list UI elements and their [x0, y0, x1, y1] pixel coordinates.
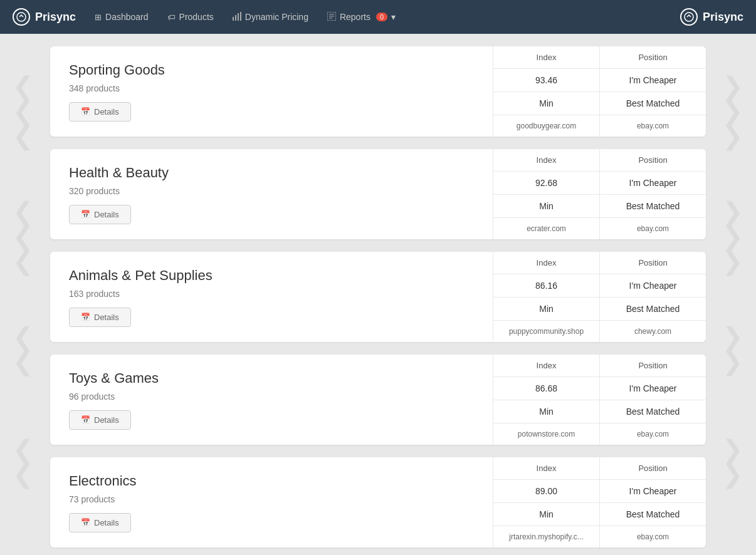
products-icon: 🏷: [167, 13, 176, 22]
reports-icon: [327, 12, 336, 23]
svg-point-0: [17, 13, 26, 21]
card-right-animals-pet-supplies: Index Position 86.16 I'm Cheaper Min Bes…: [493, 252, 706, 342]
position-header: Position: [600, 457, 706, 479]
brand-logo[interactable]: Prisync: [13, 8, 76, 26]
bg-arrow: ❮: [13, 247, 34, 276]
bg-arrow: ❯: [722, 71, 743, 100]
bg-arrow: ❯: [722, 197, 743, 226]
reports-dropdown-icon[interactable]: ▾: [391, 12, 396, 22]
card-row-1: 93.46 I'm Cheaper: [493, 69, 706, 92]
dynamic-pricing-icon: [233, 12, 241, 23]
row2-label: Min: [493, 503, 600, 526]
card-row-3: jrtarexin.myshopify.c... ebay.com: [493, 526, 706, 547]
bg-arrow: ❯: [722, 322, 743, 351]
position-value: I'm Cheaper: [600, 377, 706, 400]
position-header: Position: [600, 46, 706, 68]
card-row-2: Min Best Matched: [493, 92, 706, 115]
category-name: Animals & Pet Supplies: [69, 267, 474, 284]
index-header: Index: [493, 252, 600, 274]
row2-position: Best Matched: [600, 195, 706, 217]
bg-arrow: ❯: [722, 435, 743, 464]
category-card-toys-games: Toys & Games 96 products 📅 Details Index…: [50, 355, 706, 445]
position-value: I'm Cheaper: [600, 274, 706, 297]
bg-arrow: ❯: [722, 460, 743, 489]
competitor-name: goodbuygear.com: [493, 115, 600, 137]
card-right-health-beauty: Index Position 92.68 I'm Cheaper Min Bes…: [493, 149, 706, 239]
details-label: Details: [94, 313, 119, 322]
details-label: Details: [94, 210, 119, 219]
bg-arrow: ❯: [722, 247, 743, 276]
bg-arrow: ❮: [13, 71, 34, 100]
card-row-1: 92.68 I'm Cheaper: [493, 172, 706, 195]
nav-dashboard-label: Dashboard: [105, 12, 149, 22]
bg-arrow: ❮: [13, 122, 34, 150]
bg-arrow: ❯: [722, 222, 743, 251]
bg-arrow: ❮: [13, 197, 34, 226]
bg-arrow: ❯: [722, 96, 743, 125]
competitor-position: ebay.com: [600, 115, 706, 137]
nav-products[interactable]: 🏷 Products: [167, 12, 214, 22]
index-value: 93.46: [493, 69, 600, 91]
category-count: 163 products: [69, 289, 474, 299]
competitor-position: ebay.com: [600, 218, 706, 239]
card-row-1: 89.00 I'm Cheaper: [493, 480, 706, 503]
card-right-sporting-goods: Index Position 93.46 I'm Cheaper Min Bes…: [493, 46, 706, 137]
card-row-2: Min Best Matched: [493, 400, 706, 423]
bg-arrow: ❮: [13, 347, 34, 376]
bg-arrow: ❮: [13, 222, 34, 251]
category-count: 96 products: [69, 392, 474, 402]
position-header: Position: [600, 149, 706, 171]
details-button[interactable]: 📅 Details: [69, 102, 131, 122]
card-row-2: Min Best Matched: [493, 298, 706, 321]
nav-dynamic-pricing-label: Dynamic Pricing: [245, 12, 308, 22]
nav-dynamic-pricing[interactable]: Dynamic Pricing: [233, 12, 308, 23]
card-right-header: Index Position: [493, 46, 706, 69]
details-button[interactable]: 📅 Details: [69, 410, 131, 430]
svg-point-9: [685, 13, 693, 21]
row2-label: Min: [493, 400, 600, 423]
details-button[interactable]: 📅 Details: [69, 513, 131, 532]
category-name: Toys & Games: [69, 370, 474, 386]
calendar-icon: 📅: [81, 107, 90, 116]
position-value: I'm Cheaper: [600, 172, 706, 194]
category-card-sporting-goods: Sporting Goods 348 products 📅 Details In…: [50, 46, 706, 137]
bg-arrow: ❮: [13, 435, 34, 464]
right-brand-icon: [680, 8, 698, 26]
card-row-3: ecrater.com ebay.com: [493, 218, 706, 239]
row2-position: Best Matched: [600, 298, 706, 320]
competitor-position: ebay.com: [600, 526, 706, 547]
nav-reports[interactable]: Reports 0 ▾: [327, 12, 396, 23]
row2-position: Best Matched: [600, 400, 706, 423]
card-row-3: potownstore.com ebay.com: [493, 423, 706, 445]
svg-rect-1: [233, 17, 234, 21]
card-right-header: Index Position: [493, 457, 706, 480]
card-left-health-beauty: Health & Beauty 320 products 📅 Details: [50, 149, 493, 239]
nav-reports-label: Reports: [340, 12, 370, 22]
category-card-electronics: Electronics 73 products 📅 Details Index …: [50, 457, 706, 547]
details-button[interactable]: 📅 Details: [69, 308, 131, 327]
position-value: I'm Cheaper: [600, 69, 706, 91]
category-name: Health & Beauty: [69, 165, 474, 181]
index-value: 86.68: [493, 377, 600, 400]
svg-rect-3: [238, 13, 239, 21]
card-row-2: Min Best Matched: [493, 195, 706, 218]
categories-list: Sporting Goods 348 products 📅 Details In…: [50, 46, 706, 547]
brand-name: Prisync: [35, 11, 76, 24]
competitor-name: jrtarexin.myshopify.c...: [493, 526, 600, 547]
index-header: Index: [493, 457, 600, 479]
position-header: Position: [600, 355, 706, 376]
position-value: I'm Cheaper: [600, 480, 706, 502]
bg-arrow: ❮: [13, 96, 34, 125]
calendar-icon: 📅: [81, 210, 90, 219]
index-header: Index: [493, 355, 600, 376]
nav-dashboard[interactable]: ⊞ Dashboard: [95, 12, 149, 22]
category-count: 73 products: [69, 494, 474, 504]
details-button[interactable]: 📅 Details: [69, 205, 131, 224]
card-left-sporting-goods: Sporting Goods 348 products 📅 Details: [50, 46, 493, 137]
bg-arrow: ❯: [722, 122, 743, 150]
card-left-toys-games: Toys & Games 96 products 📅 Details: [50, 355, 493, 445]
index-value: 86.16: [493, 274, 600, 297]
category-card-health-beauty: Health & Beauty 320 products 📅 Details I…: [50, 149, 706, 239]
row2-position: Best Matched: [600, 503, 706, 526]
navbar: Prisync ⊞ Dashboard 🏷 Products Dynamic P…: [0, 0, 756, 34]
